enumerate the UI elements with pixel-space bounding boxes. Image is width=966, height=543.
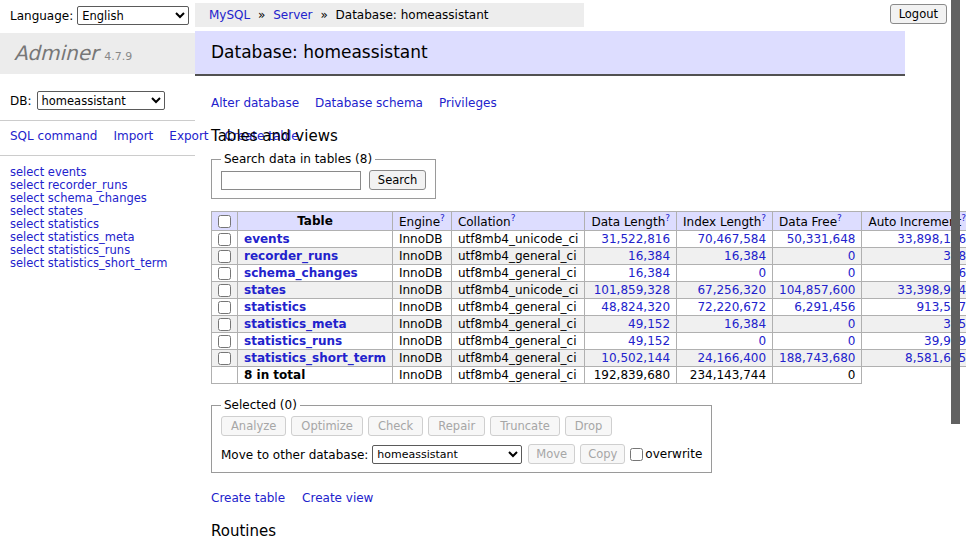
data-length-link[interactable]: 101,859,328	[594, 283, 670, 297]
index-length-help-icon[interactable]: ?	[761, 213, 766, 223]
database-schema-link[interactable]: Database schema	[315, 96, 423, 110]
data-length-help-icon[interactable]: ?	[665, 213, 670, 223]
engine-help-icon[interactable]: ?	[440, 213, 445, 223]
analyze-button[interactable]: Analyze	[221, 416, 286, 436]
sidebar-actions: SQL commandImportExportCreate table	[10, 128, 185, 145]
table-link[interactable]: statistics_runs	[244, 334, 342, 348]
row-checkbox[interactable]	[218, 233, 231, 246]
data-free-link[interactable]: 6,291,456	[794, 300, 855, 314]
cell-collation: utf8mb4_general_ci	[451, 299, 585, 316]
overwrite-checkbox[interactable]	[630, 448, 643, 461]
index-length-link[interactable]: 0	[758, 334, 766, 348]
data-free-link[interactable]: 188,743,680	[779, 351, 855, 365]
cell-data-length: 31,522,816	[585, 231, 677, 248]
index-length-link[interactable]: 0	[758, 266, 766, 280]
auto-increment-help-icon[interactable]: ?	[961, 213, 966, 223]
language-row: Language:English	[0, 0, 195, 25]
data-free-link[interactable]: 0	[848, 334, 856, 348]
row-checkbox-cell	[212, 299, 238, 316]
copy-button[interactable]: Copy	[580, 444, 625, 464]
data-free-link[interactable]: 0	[848, 249, 856, 263]
sidebar-select-link[interactable]: select statistics_short_term	[10, 257, 185, 270]
cell-index-length: 70,467,584	[677, 231, 773, 248]
data-length-link[interactable]: 16,384	[628, 249, 670, 263]
col-table: Table	[238, 212, 393, 231]
index-length-link[interactable]: 67,256,320	[697, 283, 766, 297]
total-empty-cell	[212, 367, 238, 384]
table-row: recorder_runsInnoDButf8mb4_general_ci16,…	[212, 248, 966, 265]
search-button[interactable]: Search	[369, 170, 427, 190]
table-link[interactable]: states	[244, 283, 286, 297]
overwrite-label: overwrite	[645, 447, 702, 461]
row-checkbox[interactable]	[218, 301, 231, 314]
scrollbar-thumb[interactable]	[951, 0, 960, 424]
data-length-link[interactable]: 31,522,816	[601, 232, 670, 246]
privileges-link[interactable]: Privileges	[439, 96, 497, 110]
repair-button[interactable]: Repair	[428, 416, 485, 436]
move-db-select[interactable]: homeassistant	[372, 445, 522, 464]
col-engine: Engine?	[392, 212, 451, 231]
data-free-link[interactable]: 0	[848, 266, 856, 280]
cell-index-length: 24,166,400	[677, 350, 773, 367]
truncate-button[interactable]: Truncate	[490, 416, 560, 436]
row-checkbox[interactable]	[218, 267, 231, 280]
cell-index-length: 72,220,672	[677, 299, 773, 316]
sidebar-link-sql-command[interactable]: SQL command	[10, 129, 97, 143]
table-link[interactable]: statistics_short_term	[244, 351, 386, 365]
create-view-link[interactable]: Create view	[302, 491, 373, 505]
move-label: Move to other database:	[221, 448, 368, 462]
data-free-link[interactable]: 104,857,600	[779, 283, 855, 297]
cell-collation: utf8mb4_general_ci	[451, 316, 585, 333]
index-length-link[interactable]: 16,384	[724, 249, 766, 263]
cell-index-length: 67,256,320	[677, 282, 773, 299]
optimize-button[interactable]: Optimize	[291, 416, 363, 436]
index-length-link[interactable]: 16,384	[724, 317, 766, 331]
index-length-link[interactable]: 70,467,584	[697, 232, 766, 246]
create-table-link[interactable]: Create table	[211, 491, 285, 505]
table-link[interactable]: schema_changes	[244, 266, 358, 280]
data-length-link[interactable]: 10,502,144	[601, 351, 670, 365]
logout-button[interactable]: Logout	[890, 4, 947, 24]
vertical-scrollbar[interactable]	[951, 0, 960, 543]
drop-button[interactable]: Drop	[565, 416, 613, 436]
data-free-link[interactable]: 0	[848, 317, 856, 331]
collation-help-icon[interactable]: ?	[511, 213, 516, 223]
cell-data-free: 0	[773, 248, 862, 265]
cell-engine: InnoDB	[392, 248, 451, 265]
search-input[interactable]	[221, 171, 361, 190]
select-all-checkbox[interactable]	[218, 215, 231, 228]
cell-index-length: 16,384	[677, 316, 773, 333]
table-link[interactable]: events	[244, 232, 290, 246]
data-length-link[interactable]: 49,152	[628, 334, 670, 348]
sidebar-divider-2	[0, 155, 195, 156]
cell-data-length: 49,152	[585, 316, 677, 333]
index-length-link[interactable]: 72,220,672	[697, 300, 766, 314]
index-length-link[interactable]: 24,166,400	[697, 351, 766, 365]
row-checkbox[interactable]	[218, 250, 231, 263]
col-data-length: Data Length?	[585, 212, 677, 231]
data-length-link[interactable]: 16,384	[628, 266, 670, 280]
language-select[interactable]: English	[77, 6, 189, 25]
data-free-help-icon[interactable]: ?	[837, 213, 842, 223]
sidebar-link-import[interactable]: Import	[113, 129, 153, 143]
db-select[interactable]: homeassistant	[37, 91, 165, 110]
check-button[interactable]: Check	[368, 416, 423, 436]
table-row: statesInnoDButf8mb4_unicode_ci101,859,32…	[212, 282, 966, 299]
move-button[interactable]: Move	[528, 444, 575, 464]
table-link[interactable]: recorder_runs	[244, 249, 338, 263]
data-free-link[interactable]: 50,331,648	[787, 232, 856, 246]
row-checkbox[interactable]	[218, 352, 231, 365]
data-length-link[interactable]: 48,824,320	[601, 300, 670, 314]
total-row: 8 in total InnoDB utf8mb4_general_ci 192…	[212, 367, 966, 384]
table-link[interactable]: statistics_meta	[244, 317, 347, 331]
breadcrumb-mysql-link[interactable]: MySQL	[209, 8, 250, 22]
alter-database-link[interactable]: Alter database	[211, 96, 299, 110]
sidebar-divider	[0, 120, 195, 121]
table-link[interactable]: statistics	[244, 300, 306, 314]
breadcrumb-server-link[interactable]: Server	[273, 8, 312, 22]
row-checkbox[interactable]	[218, 318, 231, 331]
total-data-length: 192,839,680	[585, 367, 677, 384]
row-checkbox[interactable]	[218, 284, 231, 297]
data-length-link[interactable]: 49,152	[628, 317, 670, 331]
row-checkbox[interactable]	[218, 335, 231, 348]
